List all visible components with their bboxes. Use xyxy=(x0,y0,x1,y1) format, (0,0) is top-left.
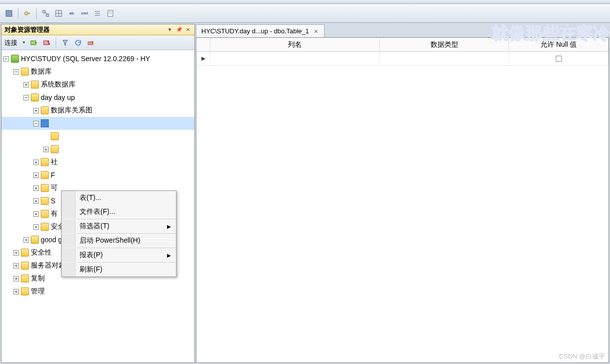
tree-item-hidden[interactable] xyxy=(1,130,194,143)
separator xyxy=(18,8,18,19)
disconnect-icon[interactable] xyxy=(42,38,52,48)
toggle-collapse[interactable]: − xyxy=(33,121,39,126)
tab-close-icon[interactable]: × xyxy=(313,28,319,34)
toggle-expand[interactable]: + xyxy=(13,276,19,281)
cell-datatype[interactable] xyxy=(380,52,509,65)
table-design-grid[interactable]: 列名 数据类型 允许 Null 值 ▶ xyxy=(196,37,609,363)
tree-label: S xyxy=(51,197,55,205)
database-icon xyxy=(31,236,39,244)
menu-powershell[interactable]: 启动 PowerShell(H) xyxy=(62,234,176,248)
toggle-expand[interactable]: + xyxy=(23,82,29,88)
abc-icon[interactable]: ab xyxy=(67,8,77,18)
toggle-expand[interactable]: + xyxy=(13,250,19,256)
filter-icon[interactable] xyxy=(60,38,70,48)
toggle-collapse[interactable]: − xyxy=(13,69,19,75)
toggle-collapse[interactable]: − xyxy=(3,56,9,62)
connect-label[interactable]: 连接 xyxy=(4,38,17,47)
toggle-expand[interactable]: + xyxy=(23,237,29,243)
row-header-corner xyxy=(196,38,210,51)
folder-icon xyxy=(41,106,49,114)
database-icon xyxy=(31,93,39,101)
tool-icon-1[interactable] xyxy=(4,8,14,18)
context-menu: 表(T)... 文件表(F)... 筛选器(T)▶ 启动 PowerShell(… xyxy=(61,190,176,277)
table-designer-editor: 就像那些在寒冷 HYC\STUDY.day d...up - dbo.Table… xyxy=(196,24,609,363)
folder-icon xyxy=(21,68,29,76)
col-header-name[interactable]: 列名 xyxy=(210,38,380,51)
tree-label: 服务器对象 xyxy=(31,261,66,270)
dropdown-icon[interactable]: ▼ xyxy=(166,26,174,33)
menu-refresh[interactable]: 刷新(F) xyxy=(62,263,176,276)
document-tab[interactable]: HYC\STUDY.day d...up - dbo.Table_1 × xyxy=(196,24,325,37)
chevron-down-icon[interactable]: ▼ xyxy=(22,40,26,45)
toggle-expand[interactable]: + xyxy=(33,185,39,191)
toggle-expand[interactable]: + xyxy=(43,147,49,152)
submenu-arrow-icon: ▶ xyxy=(167,224,171,229)
tree-diagrams[interactable]: + 数据库关系图 xyxy=(1,104,194,117)
tree-tables-selected[interactable]: − xyxy=(1,117,194,130)
tab-title: HYC\STUDY.day d...up - dbo.Table_1 xyxy=(201,27,309,35)
svg-rect-0 xyxy=(6,10,12,16)
toggle-collapse[interactable]: − xyxy=(23,95,29,100)
folder-icon xyxy=(51,145,59,153)
col-header-datatype[interactable]: 数据类型 xyxy=(380,38,509,51)
tree-label: 有 xyxy=(51,209,58,218)
csdn-watermark: CSDN @白诚宇 xyxy=(559,352,605,361)
panel-title: 对象资源管理器 xyxy=(4,25,165,34)
tree-userdb1[interactable]: − day day up xyxy=(1,91,194,104)
folder-icon xyxy=(21,274,29,282)
grid-icon[interactable] xyxy=(54,8,64,18)
action-icon[interactable] xyxy=(86,38,96,48)
tree-folder-partial[interactable]: + F xyxy=(1,169,194,182)
tree-label: 社 xyxy=(51,158,58,167)
cell-name[interactable] xyxy=(210,52,380,65)
toggle-expand[interactable]: + xyxy=(33,211,39,217)
table-icon xyxy=(41,119,49,127)
xml-icon[interactable]: xml xyxy=(80,8,89,18)
toggle-expand[interactable]: + xyxy=(33,198,39,204)
panel-titlebar[interactable]: 对象资源管理器 ▼ 📌 ✕ xyxy=(1,24,194,35)
tree-label: 系统数据库 xyxy=(41,80,76,89)
tree-folder-partial[interactable]: + 社 xyxy=(1,156,194,169)
folder-icon xyxy=(21,249,29,257)
refresh-icon[interactable] xyxy=(73,38,83,48)
list-icon[interactable] xyxy=(92,8,102,18)
server-icon xyxy=(11,55,19,63)
toggle-expand[interactable]: + xyxy=(33,173,39,178)
tree-label: 可 xyxy=(51,183,58,192)
submenu-arrow-icon: ▶ xyxy=(167,253,171,258)
folder-icon xyxy=(51,132,59,140)
tree-server-root[interactable]: − HYC\STUDY (SQL Server 12.0.2269 - HY xyxy=(1,52,194,65)
tree-sysdb[interactable]: + 系统数据库 xyxy=(1,78,194,91)
menu-file-table[interactable]: 文件表(F)... xyxy=(62,205,176,219)
relation-icon[interactable] xyxy=(41,8,51,18)
object-explorer-panel: 对象资源管理器 ▼ 📌 ✕ 连接 ▼ − HYC\STUDY (SQL Serv… xyxy=(1,24,195,363)
toggle-expand[interactable]: + xyxy=(13,263,19,269)
connect-icon[interactable] xyxy=(29,38,39,48)
menu-new-table[interactable]: 表(T)... xyxy=(62,191,176,205)
close-icon[interactable]: ✕ xyxy=(184,26,191,33)
tree-label: 管理 xyxy=(31,287,45,296)
toggle-expand[interactable]: + xyxy=(33,108,39,113)
separator xyxy=(36,8,37,19)
key-icon[interactable] xyxy=(22,8,32,18)
cell-allownull[interactable] xyxy=(509,52,609,65)
pin-icon[interactable]: 📌 xyxy=(175,26,182,33)
toggle-expand[interactable]: + xyxy=(13,289,19,294)
object-tree[interactable]: − HYC\STUDY (SQL Server 12.0.2269 - HY −… xyxy=(1,50,194,363)
checkbox-unchecked[interactable] xyxy=(556,56,562,62)
tree-management[interactable]: + 管理 xyxy=(1,285,194,298)
toggle-expand[interactable]: + xyxy=(33,160,39,165)
svg-rect-3 xyxy=(43,10,45,13)
toggle-expand[interactable]: + xyxy=(33,224,39,230)
menu-filter[interactable]: 筛选器(T)▶ xyxy=(62,219,176,233)
tree-label: F xyxy=(51,171,55,179)
row-indicator-icon: ▶ xyxy=(196,52,210,65)
tree-databases[interactable]: − 数据库 xyxy=(1,65,194,78)
folder-icon xyxy=(41,158,49,166)
main-toolbar: ab xml LIKE memor xyxy=(0,4,610,23)
script-icon[interactable] xyxy=(105,8,115,18)
folder-icon xyxy=(21,262,29,270)
grid-row-new[interactable]: ▶ xyxy=(196,52,609,66)
tree-item-hidden[interactable]: + xyxy=(1,143,194,156)
menu-reports[interactable]: 报表(P)▶ xyxy=(62,248,176,262)
